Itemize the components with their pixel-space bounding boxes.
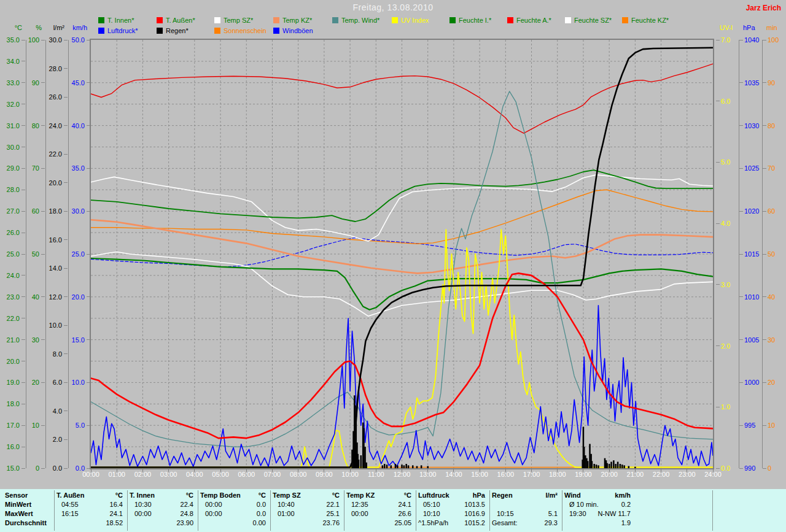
axis-tick-label: 5.0 xyxy=(721,158,730,166)
avg-value: 23.90 xyxy=(176,519,193,528)
axis-tick xyxy=(64,268,68,269)
axis-tick xyxy=(739,296,743,297)
axis-tick-label: 28.0 xyxy=(0,186,20,193)
legend-item-temp-kz-[interactable]: Temp KZ* xyxy=(273,17,312,24)
legend-item-feuchte-i-[interactable]: Feuchte I.* xyxy=(449,17,491,24)
legend-item-regen-[interactable]: Regen* xyxy=(157,27,189,34)
legend-item-temp-wind-[interactable]: Temp. Wind* xyxy=(332,17,379,24)
axis-tick xyxy=(763,382,766,383)
axis-tick xyxy=(21,190,25,190)
axis-tick-label: 20.0 xyxy=(0,358,20,365)
axis-tick xyxy=(739,425,743,426)
legend-item-feuchte-a-[interactable]: Feuchte A.* xyxy=(507,17,551,24)
sensor-unit: °C xyxy=(404,491,411,500)
page-title: Freitag, 13.08.2010 xyxy=(0,2,786,12)
axis-tick xyxy=(763,168,766,169)
axis-tick xyxy=(64,411,68,411)
axis-tick-label: 30 xyxy=(768,336,775,344)
axis-tick xyxy=(64,353,68,354)
legend-item-feuchte-sz-[interactable]: Feuchte SZ* xyxy=(565,17,612,24)
axis-tick-label: 14.0 xyxy=(35,264,62,272)
axis-tick-label: 20 xyxy=(768,379,775,386)
legend-swatch-icon xyxy=(273,17,279,23)
sensor-unit: l/m² xyxy=(545,491,558,500)
axis-tick-label: 100 xyxy=(768,36,779,44)
axis-tick xyxy=(739,82,743,83)
axis-tick-label: 0 xyxy=(768,465,771,472)
legend-item-t-au-en-[interactable]: T. Außen* xyxy=(157,17,195,24)
min-time: 12:35 xyxy=(351,500,368,509)
axis-tick xyxy=(716,345,720,346)
axis-tick-label: 70 xyxy=(768,164,775,172)
sensor-name: T. Innen xyxy=(130,491,155,500)
axis-tick-label: 20.0 xyxy=(58,293,85,301)
max-time: 10:15 xyxy=(497,509,514,519)
axis-unit-label: hPa xyxy=(743,24,755,31)
sensor-name: Temp Boden xyxy=(200,491,241,500)
x-tick-label: 03:00 xyxy=(155,471,182,478)
legend-item-sonnenschein[interactable]: Sonnenschein xyxy=(214,27,267,34)
axis-tick xyxy=(739,211,743,212)
avg-value: 25.05 xyxy=(394,519,411,528)
legend-swatch-icon xyxy=(157,28,163,34)
min-value: 22.1 xyxy=(327,500,340,509)
table-column-temp-kz: Temp KZ°C12:3524.100:0026.625.05 xyxy=(345,489,413,532)
axis-tick-label: 60 xyxy=(768,207,775,215)
sensor-name: Temp KZ xyxy=(346,491,375,500)
axis-tick-label: 18.0 xyxy=(0,400,20,407)
table-column-t-innen: T. Innen°C10:3022.400:0024.823.90 xyxy=(128,489,195,532)
avg-value: 18.52 xyxy=(106,519,123,528)
legend-item-t-innen-[interactable]: T. Innen* xyxy=(98,17,134,24)
axis-tick-label: 6.0 xyxy=(721,98,730,105)
axis-tick xyxy=(739,339,743,340)
axis-tick-label: 80 xyxy=(768,122,775,129)
legend-swatch-icon xyxy=(565,17,571,23)
axis-tick xyxy=(21,447,25,447)
axis-tick-label: 1020 xyxy=(744,207,759,215)
x-tick-label: 20:00 xyxy=(596,471,623,478)
sensor-name: Temp SZ xyxy=(273,491,301,500)
max-value: 24.1 xyxy=(110,509,123,519)
legend-item-uv-index[interactable]: UV Index xyxy=(392,17,429,24)
axis-unit-label: UV-I xyxy=(720,24,733,31)
axis-unit-label: km/h xyxy=(60,24,87,31)
legend-swatch-icon xyxy=(392,17,398,23)
axis-unit-label: min xyxy=(766,24,777,31)
chart-plot-area xyxy=(90,39,714,469)
axis-tick-label: 4.0 xyxy=(35,407,62,415)
legend-item-luftdruck-[interactable]: Luftdruck* xyxy=(98,27,138,34)
axis-tick-label: 32.0 xyxy=(0,101,20,108)
x-tick-label: 15:00 xyxy=(466,471,493,478)
axis-tick-label: 15.0 xyxy=(58,336,85,344)
axis-tick xyxy=(21,104,25,104)
axis-tick-label: 1035 xyxy=(744,79,759,87)
table-column-wind: Windkm/hØ 10 min.0.219:30N-NW 11.71.9 xyxy=(563,489,632,532)
x-tick-label: 22:00 xyxy=(648,471,675,478)
axis-tick-label: 30.0 xyxy=(58,207,85,215)
axis-tick-label: 10.0 xyxy=(58,379,85,386)
x-tick-label: 01:00 xyxy=(103,471,130,478)
axis-tick xyxy=(21,147,25,147)
max-time: 00:00 xyxy=(134,509,152,519)
axis-tick xyxy=(64,325,68,326)
axis-tick xyxy=(716,223,720,224)
axis-tick xyxy=(21,275,25,276)
legend-item-temp-sz-[interactable]: Temp SZ* xyxy=(214,17,253,24)
legend-item-feuchte-kz-[interactable]: Feuchte KZ* xyxy=(622,17,669,24)
legend-label: Feuchte SZ* xyxy=(574,17,612,24)
axis-tick xyxy=(716,40,720,40)
legend-swatch-icon xyxy=(214,28,220,34)
min-time: 10:30 xyxy=(134,500,152,509)
legend-label: Feuchte A.* xyxy=(516,17,551,24)
legend-item-windb-en[interactable]: Windböen xyxy=(273,27,313,34)
axis-tick-label: 16.0 xyxy=(0,443,20,450)
axis-tick xyxy=(64,97,68,98)
axis-tick-label: 50 xyxy=(12,250,39,258)
statistics-table: SensorMinWertMaxWertDurchschnittT. Außen… xyxy=(0,489,786,532)
legend-swatch-icon xyxy=(449,17,456,23)
table-row-label: MinWert xyxy=(5,500,31,509)
max-value: N-NW 11.7 xyxy=(597,509,631,519)
table-separator xyxy=(344,490,344,531)
axis-tick-label: 2.0 xyxy=(35,436,62,443)
max-value: 25.1 xyxy=(327,509,340,519)
